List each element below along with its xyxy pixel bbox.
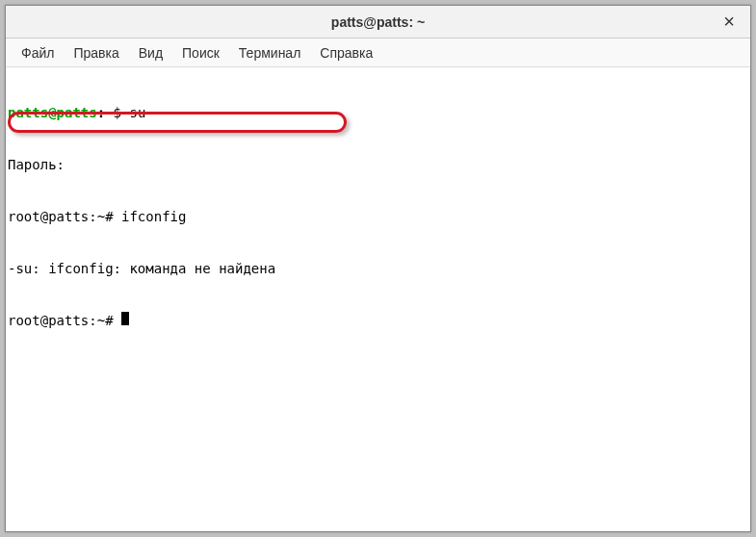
menu-search[interactable]: Поиск <box>172 42 229 64</box>
terminal-line-1: patts@patts:~$ su - <box>8 104 748 121</box>
close-button[interactable]: × <box>717 10 741 33</box>
terminal-line-2: Пароль: <box>8 156 748 173</box>
menubar: Файл Правка Вид Поиск Терминал Справка <box>6 38 750 67</box>
menu-view[interactable]: Вид <box>129 42 172 64</box>
root-prompt: root@patts:~# <box>8 313 121 328</box>
menu-terminal[interactable]: Терминал <box>229 42 310 64</box>
window-title: patts@patts: ~ <box>331 14 425 30</box>
prompt-path: ~ <box>105 105 113 120</box>
terminal-line-3: root@patts:~# ifconfig <box>8 208 748 225</box>
titlebar: patts@patts: ~ × <box>6 6 750 38</box>
prompt-colon: : <box>97 105 105 120</box>
root-prompt: root@patts:~# <box>8 209 121 224</box>
menu-edit[interactable]: Правка <box>64 42 128 64</box>
terminal-window: patts@patts: ~ × Файл Правка Вид Поиск Т… <box>5 5 751 532</box>
menu-file[interactable]: Файл <box>12 42 64 64</box>
prompt-symbol: $ <box>114 105 130 120</box>
terminal-line-4: -su: ifconfig: команда не найдена <box>8 260 748 277</box>
prompt-user: patts@patts <box>8 105 97 120</box>
close-icon: × <box>723 11 735 33</box>
cursor <box>121 312 129 325</box>
command-text: su - <box>129 105 162 120</box>
command-text: ifconfig <box>121 209 186 224</box>
terminal-line-5: root@patts:~# <box>8 312 748 329</box>
terminal-body[interactable]: patts@patts:~$ su - Пароль: root@patts:~… <box>6 67 750 531</box>
menu-help[interactable]: Справка <box>310 42 382 64</box>
